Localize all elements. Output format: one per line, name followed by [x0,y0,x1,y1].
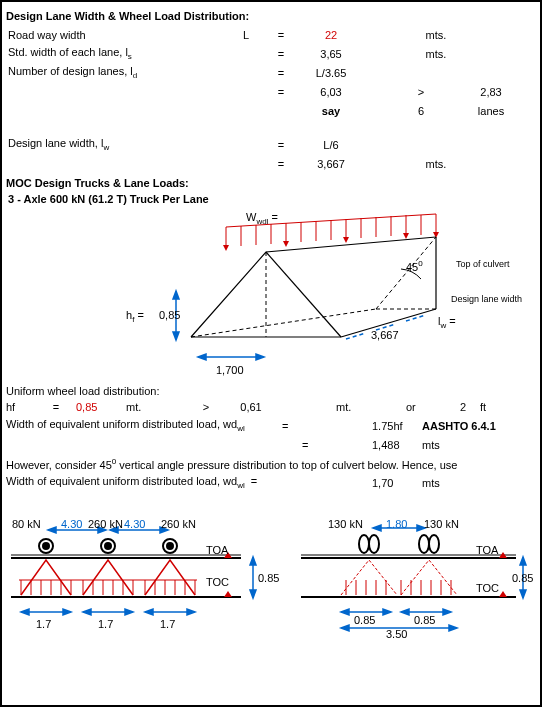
toa-right: TOA [476,544,498,556]
svg-marker-109 [383,609,391,615]
lanes-label: lanes [466,105,516,117]
mts-3: mts. [406,158,466,170]
designlane-expr: L/6 [296,139,366,151]
svg-marker-83 [250,590,256,598]
prism-base-val: 1,700 [216,364,244,376]
hf-label: hf = [126,309,144,324]
svg-point-88 [419,535,429,553]
kn80-label: 80 kN [12,518,41,530]
svg-marker-105 [373,525,381,531]
svg-marker-16 [223,245,229,251]
hf-d-val: 0,85 [159,309,180,321]
wdwl2-label: Width of equivalent uniform distributed … [6,475,282,490]
svg-marker-67 [48,527,56,533]
svg-line-37 [406,315,426,321]
svg-point-39 [43,543,49,549]
svg-marker-85 [224,591,232,597]
svg-marker-114 [341,625,349,631]
w17-b: 1.7 [98,618,113,630]
ft-lbl: ft [466,401,486,413]
svg-marker-76 [83,609,91,615]
prism-width-val: 3,667 [371,329,399,341]
svg-marker-112 [443,609,451,615]
eq: = [266,29,296,41]
w17-c: 1.7 [160,618,175,630]
hf-lbl: hf [6,401,36,413]
mts-s3b: mts [422,477,472,489]
svg-marker-17 [283,241,289,247]
note-45: However, consider 450 vertical angle pre… [6,457,457,471]
mt-1: mt. [126,401,186,413]
lw-label: lw = [438,315,456,330]
mts-1: mts. [406,29,466,41]
w350: 3.50 [386,628,407,640]
svg-marker-73 [21,609,29,615]
svg-marker-30 [173,291,179,299]
svg-marker-80 [187,609,195,615]
designlane-val: 3,667 [296,158,366,170]
w085-a: 0.85 [354,614,375,626]
wdwl2-val: 1,70 [372,477,422,489]
eq4: = [266,86,296,98]
svg-line-27 [376,237,436,309]
svg-marker-74 [63,609,71,615]
sp430-b: 4.30 [124,518,145,530]
numlanes-label: Number of design lanes, ld [6,65,226,80]
aashto-ref: AASHTO 6.4.1 [422,420,522,432]
w085-b: 0.85 [414,614,435,626]
svg-point-41 [105,543,111,549]
stdwidth-label: Std. width of each lane, ls [6,46,226,61]
numlanes-expr: L/3.65 [296,67,366,79]
svg-point-87 [369,535,379,553]
section2-subtitle: 3 - Axle 600 kN (61.2 T) Truck Per Lane [8,193,536,205]
svg-point-86 [359,535,369,553]
kn260-a: 260 kN [88,518,123,530]
mt-2: mt. [336,401,376,413]
sp180: 1.80 [386,518,407,530]
svg-marker-19 [403,233,409,239]
svg-marker-82 [250,557,256,565]
svg-marker-31 [173,332,179,340]
toa-left: TOA [206,544,228,556]
thresh-s3: 0,61 [226,401,276,413]
svg-marker-120 [499,591,507,597]
sym-L: L [226,29,266,41]
wheel-load-diagrams: 80 kN 4.30 260 kN 4.30 260 kN TOA TOC 0.… [6,500,536,640]
kn130-b: 130 kN [424,518,459,530]
wdwl-label: Width of equivalent uniform distributed … [6,418,282,433]
svg-marker-118 [520,590,526,598]
numlanes-val: 6,03 [296,86,366,98]
say-label: say [296,105,366,117]
truck-prism-diagram: Wwdl = 450 Top of culvert Design lane wi… [6,209,536,379]
section3-title: Uniform wheel load distribution: [6,385,536,397]
svg-point-43 [167,543,173,549]
roadway-label: Road way width [6,29,226,41]
ft-val: 2 [436,401,466,413]
svg-marker-115 [449,625,457,631]
section1-title: Design Lane Width & Wheel Load Distribut… [6,10,536,22]
stdwidth-val: 3,65 [296,48,366,60]
toc-left: TOC [206,576,229,588]
design-lane-width-label: Design lane width [451,294,522,304]
say-val: 6 [406,105,436,117]
h085-right: 0.85 [512,572,533,584]
eq5: = [266,139,296,151]
eq-s3c: = [302,439,322,451]
mts-s3a: mts [422,439,472,451]
svg-point-89 [429,535,439,553]
angle45-label: 450 [406,259,423,273]
svg-line-35 [346,333,366,339]
svg-marker-117 [520,557,526,565]
h085-left: 0.85 [258,572,279,584]
svg-marker-18 [343,237,349,243]
mts-2: mts. [406,48,466,60]
svg-marker-33 [198,354,206,360]
top-culvert-label: Top of culvert [456,259,510,269]
numlanes-thresh: 2,83 [466,86,516,98]
wwdl-label: Wwdl = [246,211,278,226]
svg-marker-108 [341,609,349,615]
svg-line-25 [191,309,376,337]
kn260-b: 260 kN [161,518,196,530]
hf-s3-val: 0,85 [76,401,126,413]
eq3: = [266,67,296,79]
